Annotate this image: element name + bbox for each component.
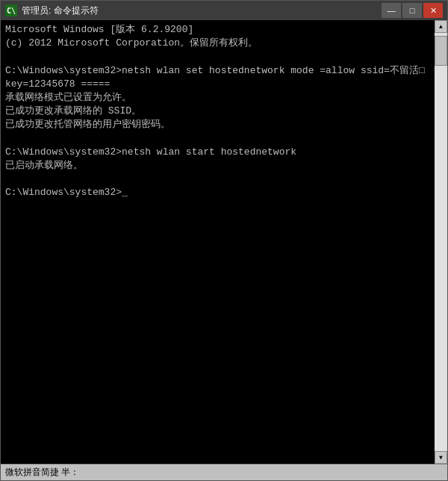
cmd-window: C\ 管理员: 命令提示符 — □ ✕ Microsoft Windows [版… [0,0,448,481]
title-bar-left: C\ 管理员: 命令提示符 [5,4,99,17]
close-button[interactable]: ✕ [423,3,443,18]
window-controls: — □ ✕ [382,3,443,18]
window-icon: C\ [5,4,17,16]
maximize-button[interactable]: □ [402,3,422,18]
terminal-output[interactable]: Microsoft Windows [版本 6.2.9200] (c) 2012… [1,20,435,464]
scroll-up-button[interactable]: ▲ [435,20,447,33]
scroll-down-button[interactable]: ▼ [435,451,447,464]
content-area: Microsoft Windows [版本 6.2.9200] (c) 2012… [1,20,447,464]
minimize-button[interactable]: — [382,3,401,18]
scrollbar[interactable]: ▲ ▼ [435,20,447,464]
scroll-thumb[interactable] [435,36,447,66]
status-text: 微软拼音简捷 半： [5,466,79,479]
window-title: 管理员: 命令提示符 [22,4,99,17]
status-bar: 微软拼音简捷 半： [1,464,447,480]
scroll-track[interactable] [435,33,447,451]
title-bar: C\ 管理员: 命令提示符 — □ ✕ [1,1,447,20]
